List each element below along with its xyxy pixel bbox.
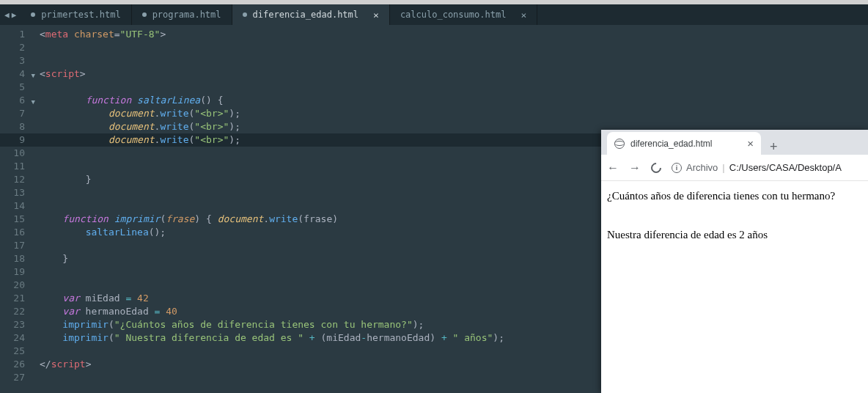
- modified-dot-icon: [142, 12, 147, 17]
- browser-toolbar: ← → i Archivo | C:/Users/CASA/Desktop/A: [601, 155, 868, 181]
- modified-dot-icon: [243, 12, 247, 17]
- tab-nav-arrows[interactable]: ◀ ▶: [0, 4, 21, 25]
- url-separator: |: [722, 162, 724, 173]
- line-number: 2: [0, 41, 32, 54]
- code-line: document.write("<br>");: [32, 107, 868, 120]
- line-number: 3: [0, 54, 32, 67]
- tab-diferencia-edad[interactable]: diferencia_edad.html ×: [232, 4, 390, 25]
- output-line-1: ¿Cuántos años de diferencia tienes con t…: [607, 190, 862, 202]
- close-tab-icon[interactable]: ×: [521, 10, 526, 21]
- info-icon[interactable]: i: [672, 163, 682, 173]
- nav-next-icon[interactable]: ▶: [12, 10, 17, 20]
- back-icon[interactable]: ←: [607, 161, 619, 175]
- line-number: 10: [0, 147, 32, 160]
- code-line: <meta charset="UTF-8">: [32, 28, 868, 41]
- tab-calculo-consumo[interactable]: calculo_consumo.html ×: [390, 4, 537, 25]
- line-number-gutter: 1234▼56▼78910111213141516171819202122232…: [0, 25, 32, 393]
- line-number: 5: [0, 81, 32, 94]
- line-number: 9: [0, 133, 32, 147]
- url-path: C:/Users/CASA/Desktop/A: [729, 162, 842, 173]
- line-number: 14: [0, 199, 32, 213]
- tab-primertest[interactable]: primertest.html: [21, 4, 131, 25]
- line-number: 21: [0, 292, 32, 305]
- line-number: 12: [0, 173, 32, 186]
- code-line: <script>: [32, 67, 868, 81]
- tab-label: programa.html: [152, 10, 221, 20]
- line-number: 27: [0, 371, 32, 384]
- line-number: 26: [0, 358, 32, 371]
- line-number: 16: [0, 226, 32, 239]
- tab-programa[interactable]: programa.html: [132, 4, 232, 25]
- line-number: 18: [0, 252, 32, 265]
- line-number: 20: [0, 279, 32, 292]
- browser-window: diferencia_edad.html × + ← → i Archivo |…: [601, 130, 868, 393]
- editor-tab-bar: ◀ ▶ primertest.html programa.html difere…: [0, 4, 868, 25]
- tab-label: diferencia_edad.html: [253, 10, 359, 20]
- code-line: function saltarLinea() {: [32, 94, 868, 107]
- line-number: 11: [0, 160, 32, 173]
- line-number: 6▼: [0, 94, 32, 107]
- line-number: 23: [0, 318, 32, 331]
- code-line: [32, 54, 868, 67]
- line-number: 1: [0, 28, 32, 41]
- code-line: [32, 41, 868, 54]
- browser-tab-bar: diferencia_edad.html × +: [601, 130, 868, 155]
- modified-dot-icon: [31, 12, 35, 17]
- line-number: 19: [0, 265, 32, 279]
- url-scheme: Archivo: [686, 162, 718, 173]
- line-number: 17: [0, 239, 32, 252]
- close-icon[interactable]: ×: [747, 137, 754, 150]
- line-number: 22: [0, 305, 32, 318]
- tab-label: primertest.html: [41, 10, 120, 20]
- browser-tab[interactable]: diferencia_edad.html ×: [607, 132, 761, 155]
- line-number: 7: [0, 107, 32, 120]
- browser-viewport: ¿Cuántos años de diferencia tienes con t…: [601, 181, 868, 276]
- output-line-2: Nuestra diferencia de edad es 2 años: [607, 229, 862, 241]
- line-number: 24: [0, 331, 32, 345]
- reload-icon[interactable]: [649, 161, 663, 175]
- new-tab-icon[interactable]: +: [761, 139, 787, 155]
- line-number: 4▼: [0, 67, 32, 81]
- line-number: 15: [0, 213, 32, 226]
- close-tab-icon[interactable]: ×: [373, 10, 379, 21]
- tab-label: calculo_consumo.html: [400, 10, 507, 20]
- line-number: 13: [0, 186, 32, 199]
- globe-icon: [614, 139, 625, 149]
- forward-icon[interactable]: →: [629, 161, 641, 175]
- browser-tab-title: diferencia_edad.html: [630, 139, 741, 149]
- line-number: 25: [0, 345, 32, 358]
- address-bar[interactable]: i Archivo | C:/Users/CASA/Desktop/A: [672, 162, 842, 173]
- code-line: [32, 81, 868, 94]
- nav-prev-icon[interactable]: ◀: [4, 10, 10, 20]
- line-number: 8: [0, 120, 32, 133]
